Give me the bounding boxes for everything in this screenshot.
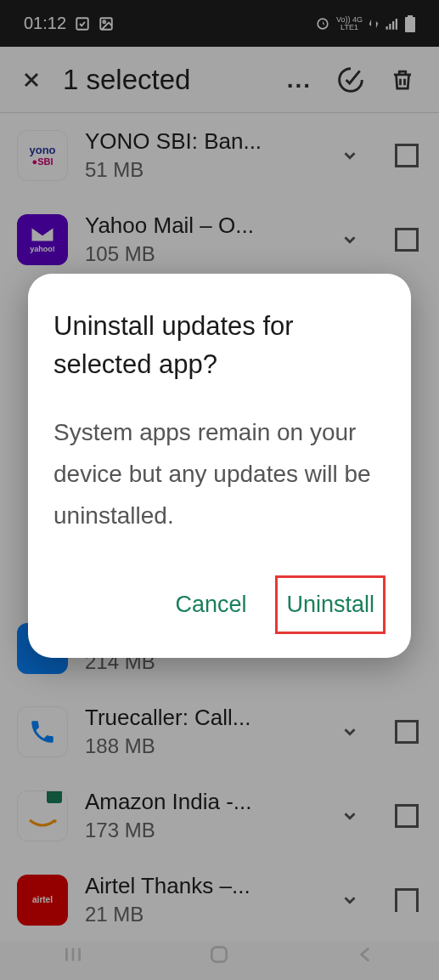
signal-icon	[385, 16, 400, 31]
app-row-yono[interactable]: yono●SBI YONO SBI: Ban... 51 MB	[0, 113, 439, 197]
app-size: 51 MB	[85, 158, 317, 182]
app-row-truecaller[interactable]: Truecaller: Call... 188 MB	[0, 689, 439, 773]
app-size: 105 MB	[85, 242, 317, 266]
checkbox[interactable]	[395, 720, 419, 744]
app-icon-truecaller	[17, 706, 68, 757]
dialog-actions: Cancel Uninstall	[53, 575, 386, 634]
uninstall-dialog: Uninstall updates for selected app? Syst…	[28, 274, 411, 658]
close-button[interactable]	[10, 68, 53, 92]
svg-rect-5	[392, 21, 394, 30]
svg-rect-6	[396, 19, 397, 30]
checkbox[interactable]	[395, 144, 419, 167]
chevron-down-icon[interactable]	[334, 891, 366, 909]
back-button[interactable]	[346, 935, 386, 974]
app-name: Amazon India -...	[85, 789, 317, 815]
app-size: 188 MB	[85, 734, 317, 758]
status-bar: 01:12 Vo)) 4G LTE1	[0, 0, 439, 47]
dialog-title: Uninstall updates for selected app?	[53, 308, 386, 384]
app-name: Yahoo Mail – O...	[85, 212, 317, 239]
data-arrows-icon	[368, 18, 380, 30]
checkbox[interactable]	[395, 228, 419, 252]
app-name: YONO SBI: Ban...	[85, 128, 317, 155]
status-right: Vo)) 4G LTE1	[314, 15, 415, 32]
app-size: 21 MB	[85, 903, 317, 926]
chevron-down-icon[interactable]	[334, 146, 366, 165]
svg-rect-4	[389, 24, 391, 30]
app-icon-amazon	[17, 790, 68, 841]
select-all-icon[interactable]	[332, 61, 369, 99]
uninstall-highlight: Uninstall	[275, 575, 386, 634]
app-name: Airtel Thanks –...	[85, 873, 317, 899]
cancel-button[interactable]: Cancel	[163, 583, 258, 626]
status-left: 01:12	[24, 14, 114, 33]
home-button[interactable]	[200, 935, 239, 974]
app-row-amazon[interactable]: Amazon India -... 173 MB	[0, 773, 439, 858]
app-row-yahoo[interactable]: yahoo! Yahoo Mail – O... 105 MB	[0, 197, 439, 281]
delete-icon[interactable]	[385, 62, 420, 98]
network-type-label: Vo)) 4G LTE1	[336, 16, 363, 31]
app-icon-yono: yono●SBI	[17, 130, 68, 181]
chevron-down-icon[interactable]	[334, 807, 366, 825]
status-time: 01:12	[24, 14, 66, 33]
app-size: 173 MB	[85, 819, 317, 842]
svg-rect-7	[405, 17, 415, 32]
app-icon-yahoo: yahoo!	[17, 214, 68, 265]
app-name: Truecaller: Call...	[85, 705, 317, 731]
header-title: 1 selected	[53, 64, 282, 96]
svg-rect-8	[408, 15, 413, 17]
chevron-down-icon[interactable]	[334, 230, 366, 249]
svg-point-2	[103, 20, 105, 23]
alarm-icon	[314, 15, 331, 32]
checkbox[interactable]	[395, 804, 419, 828]
dialog-body: System apps remain on your device but an…	[53, 411, 386, 536]
more-options-icon[interactable]: ...	[282, 61, 317, 99]
battery-icon	[405, 15, 415, 32]
checkbox-notif-icon	[75, 16, 90, 31]
svg-rect-9	[212, 947, 227, 961]
image-notif-icon	[98, 16, 114, 31]
system-nav-bar	[0, 929, 439, 980]
checkbox[interactable]	[395, 888, 419, 912]
uninstall-button[interactable]: Uninstall	[286, 592, 374, 618]
selection-header: 1 selected ...	[0, 47, 439, 113]
app-icon-airtel: airtel	[17, 875, 68, 926]
recents-button[interactable]	[53, 935, 93, 974]
chevron-down-icon[interactable]	[334, 722, 366, 741]
svg-rect-3	[386, 26, 388, 30]
